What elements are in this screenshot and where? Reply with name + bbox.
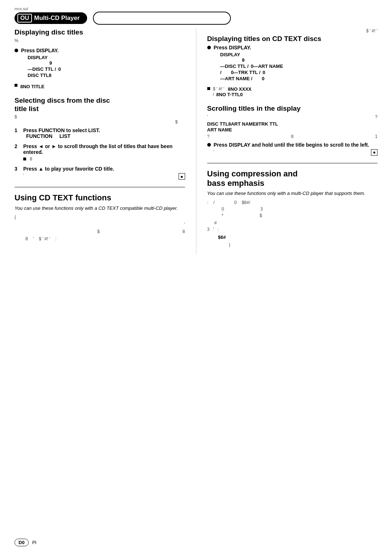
inline-btn-scroll: ■	[371, 149, 377, 156]
display-row-right-1b: / 0—TRK TTL / 0	[220, 70, 378, 75]
footer: D0 Pl	[15, 539, 377, 546]
item3-sym-row: ' ■	[23, 173, 185, 180]
display-num-1: 9	[49, 60, 185, 66]
display-row-right-1a: —DISC TTL / 0—ART NAME	[220, 64, 378, 69]
header-right-box	[93, 12, 231, 25]
slash-right-2: /	[213, 92, 214, 97]
sym-row-comp5: 3 ' :	[207, 227, 378, 232]
press-display-label-1: Press DISPLAY.	[21, 48, 59, 53]
sym-row-comp4: #	[207, 220, 378, 225]
bullet-icon-scroll	[207, 143, 211, 147]
section-heading-compression: Using compression andbass emphasis	[207, 169, 378, 188]
bullet-square-icon-1	[15, 84, 17, 87]
sym-slash-comp: /	[213, 200, 215, 205]
sym-hash-comp: #	[215, 220, 217, 225]
sym-q-scroll: ?	[375, 114, 377, 119]
section-sub-compression: You can use these functions only with a …	[207, 190, 378, 197]
sym-quote-cd: '	[184, 222, 185, 227]
num-2: 2	[15, 143, 20, 162]
sym-dollar-1: $	[15, 114, 185, 119]
bullet-press-display-hold: Press DISPLAY and hold until the title b…	[207, 142, 378, 156]
bullet-square-2	[23, 158, 26, 160]
section-cd-text-discs: Displaying titles on CD TEXT discs Press…	[207, 35, 378, 97]
page-number: D0	[15, 539, 29, 546]
footer-lang: Pl	[32, 540, 37, 545]
sym-row-comp1: : / 0 $6#/	[207, 200, 378, 205]
num-1: 1	[15, 127, 20, 139]
numbered-item-2: 2 Press ◄ or ► to scroll through the lis…	[15, 143, 185, 162]
sym-colon-comp: :	[207, 200, 208, 205]
art-name-right: —ART NAME /	[220, 76, 253, 81]
bullet-press-display-1: Press DISPLAY. DISPLAY 9 —DISC TTL / 0 D…	[15, 48, 185, 79]
header-row: OU Multi-CD Player	[15, 12, 377, 25]
sym-row-comp6: $6#	[218, 234, 378, 240]
no-t-ttl-row: / 8NO T-TTL0	[213, 92, 378, 97]
sym-row-comp7: )	[229, 241, 378, 247]
sym-row-scroll2: ? 8 1	[207, 134, 378, 139]
sym-dollar6b-comp: $6#	[218, 234, 226, 240]
no-title-text: 8NO TITLE	[20, 84, 185, 89]
disc-ttl-right: —DISC TTL /	[220, 64, 249, 69]
bullet-content-no-title: 8NO TITLE	[20, 82, 185, 89]
bullet-no-title: 8NO TITLE	[15, 82, 185, 89]
numbered-item-1: 1 Press FUNCTION to select LIST. FUNCTIO…	[15, 127, 185, 139]
zero-right2: 0	[262, 76, 264, 81]
display-row-right-1c: —ART NAME / 0	[220, 76, 378, 81]
sym-colon2-comp: :	[217, 227, 219, 232]
sym-quote-comp: '	[213, 227, 214, 232]
divider-right-1	[207, 163, 378, 163]
function-label: FUNCTION	[26, 133, 52, 139]
sym-quote2-cd: '	[33, 236, 34, 241]
sym-row-scroll: ' ?	[207, 114, 378, 119]
bullet-icon-right-1	[207, 46, 211, 49]
bullet-content-scroll: Press DISPLAY and hold until the title b…	[214, 142, 378, 156]
sym-dollar-cd: $	[97, 229, 100, 234]
inline-btn-3: ■	[179, 173, 185, 180]
display-block-right-1: DISPLAY 9 —DISC TTL / 0—ART NAME / 0—TRK…	[220, 52, 378, 81]
sym-paren: (	[15, 215, 185, 220]
zero-trk-ttl: 0—TRK TTL /	[231, 70, 260, 75]
sym-dollar-2: $	[15, 119, 185, 125]
app-title: Multi-CD Player	[34, 15, 80, 22]
bullet-content-no-xxxx: $ ' #! ' 8NO XXXX / 8NO T-TTL0	[213, 86, 378, 97]
sym-hash-right: $ ' #! '	[213, 86, 224, 92]
divider-1	[15, 187, 185, 187]
sym-top-right: $ ' #! '	[207, 28, 378, 33]
no-t-ttl-text: 8NO T-TTL0	[216, 92, 243, 97]
sym-8-scroll: 8	[291, 134, 294, 139]
section-scrolling-titles: Scrolling titles in the display ' ? DISC…	[207, 105, 378, 156]
header-badge: OU Multi-CD Player	[15, 12, 87, 24]
bullet-content-right-1: Press DISPLAY. DISPLAY 9 —DISC TTL / 0—A…	[214, 45, 378, 83]
display-disc-ttl8-1: DISC TTL8	[28, 73, 185, 78]
section-selecting-discs: Selecting discs from the disctitle list …	[15, 97, 185, 180]
sym-row-comp3: * $	[207, 213, 378, 218]
press-display-hold-text: Press DISPLAY and hold until the title b…	[214, 142, 378, 148]
sym-quote-scroll: '	[207, 114, 208, 119]
sym-dollar-comp2: $	[260, 213, 262, 218]
bullet-press-display-right: Press DISPLAY. DISPLAY 9 —DISC TTL / 0—A…	[207, 45, 378, 83]
sym-row2-cd-text: $ 8	[15, 229, 185, 234]
sym-3b-comp: 3	[207, 227, 210, 232]
sym-row3-cd-text: 8 ' $ ' #! ' :	[15, 236, 185, 241]
display-label-right-1: DISPLAY	[220, 52, 378, 57]
sym-0b-comp: 0	[222, 207, 224, 212]
numbered-item-3: 3 Press ▲ to play your favorite CD title…	[15, 166, 185, 180]
page-container: mcx.sul OU Multi-CD Player Displaying di…	[0, 0, 392, 555]
bullet-content-1: Press DISPLAY. DISPLAY 9 —DISC TTL / 0 D…	[21, 48, 185, 79]
bullet-no-xxxx: $ ' #! ' 8NO XXXX / 8NO T-TTL0	[207, 86, 378, 97]
section-displaying-disc-titles: Displaying disc titles % Press DISPLAY. …	[15, 28, 185, 89]
zero-right: 0	[263, 70, 265, 75]
sym-pct: %	[15, 38, 185, 43]
list-label: LIST	[60, 133, 70, 139]
sym-star-comp: *	[222, 213, 224, 218]
num-content-2: Press ◄ or ► to scroll through the list …	[23, 143, 185, 162]
sym-quote-scroll2: '	[214, 149, 215, 156]
sym-colon-cd: :	[55, 236, 56, 241]
section-heading-scrolling: Scrolling titles in the display	[207, 105, 378, 113]
bullet-icon-1	[15, 49, 18, 52]
sym-paren-comp: )	[229, 242, 230, 247]
display-label-1: DISPLAY	[28, 55, 185, 60]
sym-q2-scroll: ?	[207, 134, 210, 139]
section-cd-text: Using CD TEXT functions You can use thes…	[15, 193, 185, 241]
item1-sub: FUNCTION LIST	[26, 133, 185, 139]
